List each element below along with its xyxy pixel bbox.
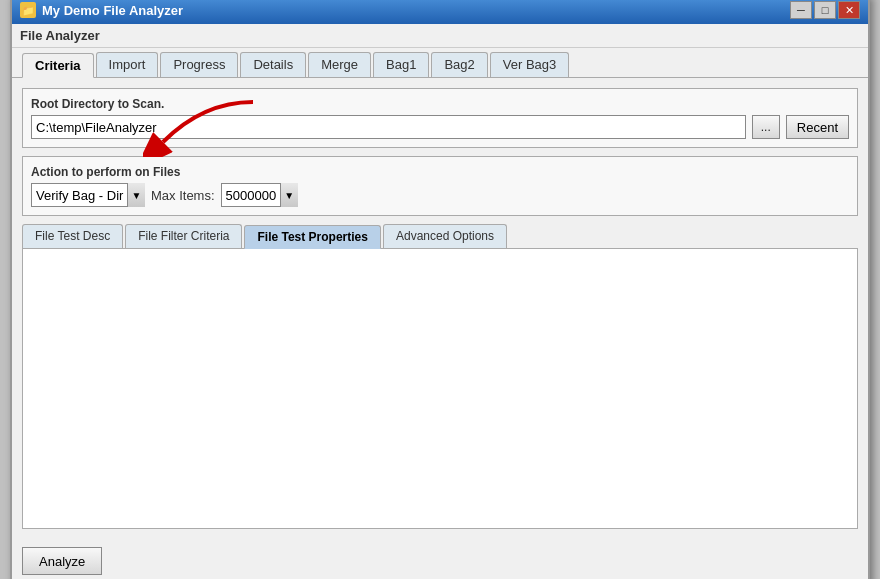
title-bar: 📁 My Demo File Analyzer ─ □ ✕ — [12, 0, 868, 24]
inner-tab-bar: File Test Desc File Filter Criteria File… — [22, 224, 858, 249]
inner-tab-file-filter-criteria[interactable]: File Filter Criteria — [125, 224, 242, 248]
tab-progress[interactable]: Progress — [160, 52, 238, 77]
action-row: Verify Bag - Dir Analyze Files Copy File… — [31, 183, 849, 207]
inner-tab-file-test-desc[interactable]: File Test Desc — [22, 224, 123, 248]
maximize-button[interactable]: □ — [814, 1, 836, 19]
tab-bag1[interactable]: Bag1 — [373, 52, 429, 77]
tab-bag2[interactable]: Bag2 — [431, 52, 487, 77]
inner-tab-file-test-properties[interactable]: File Test Properties — [244, 225, 380, 249]
root-dir-input[interactable] — [31, 115, 746, 139]
max-items-label: Max Items: — [151, 188, 215, 203]
window-title: My Demo File Analyzer — [42, 3, 183, 18]
inner-tab-content — [22, 249, 858, 529]
main-content: Root Directory to Scan. ... Recent Actio… — [12, 78, 868, 539]
inner-tab-section: File Test Desc File Filter Criteria File… — [22, 224, 858, 529]
tab-import[interactable]: Import — [96, 52, 159, 77]
recent-button[interactable]: Recent — [786, 115, 849, 139]
action-select-wrapper: Verify Bag - Dir Analyze Files Copy File… — [31, 183, 145, 207]
main-window: 📁 My Demo File Analyzer ─ □ ✕ File Analy… — [10, 0, 870, 579]
root-dir-row: ... Recent — [31, 115, 849, 139]
browse-button[interactable]: ... — [752, 115, 780, 139]
tab-details[interactable]: Details — [240, 52, 306, 77]
title-controls: ─ □ ✕ — [790, 1, 860, 19]
analyze-button[interactable]: Analyze — [22, 547, 102, 575]
action-dropdown[interactable]: Verify Bag - Dir Analyze Files Copy File… — [31, 183, 145, 207]
close-button[interactable]: ✕ — [838, 1, 860, 19]
action-label: Action to perform on Files — [31, 165, 849, 179]
app-icon: 📁 — [20, 2, 36, 18]
action-group: Action to perform on Files Verify Bag - … — [22, 156, 858, 216]
root-dir-label: Root Directory to Scan. — [31, 97, 849, 111]
max-items-select-wrapper: 5000000 1000000 100000 ▼ — [221, 183, 298, 207]
tab-verbag3[interactable]: Ver Bag3 — [490, 52, 570, 77]
minimize-button[interactable]: ─ — [790, 1, 812, 19]
title-bar-left: 📁 My Demo File Analyzer — [20, 2, 183, 18]
tab-criteria[interactable]: Criteria — [22, 53, 94, 78]
bottom-bar: Analyze — [12, 539, 868, 579]
root-directory-group: Root Directory to Scan. ... Recent — [22, 88, 858, 148]
tab-merge[interactable]: Merge — [308, 52, 371, 77]
main-tab-bar: Criteria Import Progress Details Merge B… — [12, 48, 868, 78]
inner-tab-advanced-options[interactable]: Advanced Options — [383, 224, 507, 248]
max-items-dropdown[interactable]: 5000000 1000000 100000 — [221, 183, 298, 207]
menu-bar: File Analyzer — [12, 24, 868, 48]
menu-bar-label: File Analyzer — [20, 28, 100, 43]
